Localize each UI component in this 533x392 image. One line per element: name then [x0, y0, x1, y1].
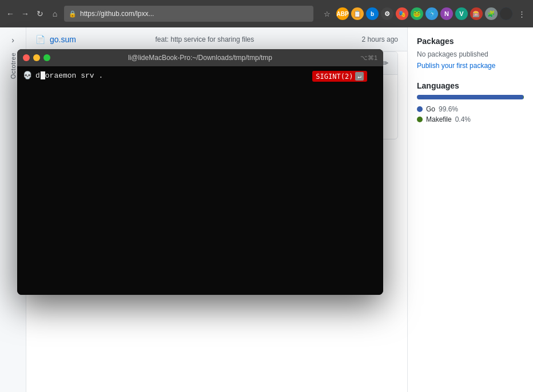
terminal-command-rest: oraemon srv . [45, 71, 103, 80]
terminal-cursor-area: d oraemon srv . [35, 71, 103, 80]
reload-button[interactable]: ↻ [34, 8, 46, 19]
language-item-go: Go 99.6% [417, 105, 524, 113]
publish-first-package-link[interactable]: Publish your first package [417, 62, 524, 70]
packages-heading: Packages [417, 37, 524, 46]
languages-section: Languages Go 99.6% Makefile 0.4% [417, 81, 524, 123]
extension-icon-11[interactable]: 🧩 [485, 7, 498, 20]
file-name-link[interactable]: go.sum [50, 35, 151, 44]
languages-heading: Languages [417, 81, 524, 90]
extension-icon-2[interactable]: 📋 [351, 7, 364, 20]
file-time: 2 hours ago [362, 35, 398, 43]
toolbar-icons: ☆ ABP 📋 b ⚙ 🎭 🐸 🐬 N V 🎰 🧩 ⋮ [320, 7, 528, 21]
address-bar[interactable]: 🔒 https://github.com/lpxx... [64, 6, 313, 22]
makefile-lang-percent: 0.4% [455, 115, 471, 123]
lock-icon: 🔒 [69, 10, 77, 18]
back-button[interactable]: ← [5, 8, 16, 19]
extension-icon-4[interactable]: ⚙ [381, 7, 393, 20]
extension-icon-5[interactable]: 🎭 [396, 7, 408, 20]
no-packages-text: No packages published [417, 50, 524, 58]
right-sidebar: Packages No packages published Publish y… [407, 27, 533, 392]
octotree-toggle-button[interactable]: › [6, 33, 20, 47]
terminal-command: d [35, 71, 40, 80]
terminal-titlebar: li@lideMacBook-Pro:~/Downloads/tmp/tmp/t… [17, 49, 383, 66]
language-item-makefile: Makefile 0.4% [417, 115, 524, 123]
terminal-window[interactable]: li@lideMacBook-Pro:~/Downloads/tmp/tmp/t… [17, 49, 383, 295]
terminal-body[interactable]: 💀 d oraemon srv . SIGINT(2) ↵ [17, 66, 383, 295]
terminal-close-button[interactable] [23, 54, 30, 61]
octotree-label: Octotree [10, 53, 17, 79]
url-text: https://github.com/lpxx... [80, 10, 154, 18]
extension-icon-8[interactable]: N [440, 7, 453, 20]
go-lang-name: Go [426, 105, 435, 113]
extension-icon-3[interactable]: b [366, 7, 379, 20]
extension-icon-7[interactable]: 🐬 [425, 7, 438, 20]
sigint-badge: SIGINT(2) ↵ [312, 71, 367, 82]
skull-icon: 💀 [23, 71, 32, 80]
file-commit-message: feat: http service for sharing files [156, 35, 357, 43]
terminal-shortcut: ⌥⌘1 [360, 54, 377, 62]
enter-icon: ↵ [355, 72, 364, 81]
file-icon: 📄 [35, 35, 45, 44]
menu-icon[interactable]: ⋮ [515, 7, 528, 21]
go-bar-segment [417, 95, 523, 99]
extension-icon-1[interactable]: ABP [336, 7, 349, 20]
terminal-title: li@lideMacBook-Pro:~/Downloads/tmp/tmp/t… [128, 54, 272, 62]
go-lang-percent: 99.6% [439, 105, 458, 113]
file-row: 📄 go.sum feat: http service for sharing … [26, 27, 407, 51]
home-button[interactable]: ⌂ [49, 8, 61, 19]
star-icon[interactable]: ☆ [320, 7, 334, 21]
extension-icon-9[interactable]: V [455, 7, 468, 20]
terminal-cursor [41, 71, 45, 79]
makefile-color-dot [417, 117, 423, 122]
page-layout: › Octotree 📄 go.sum feat: http service f… [0, 27, 533, 392]
makefile-bar-segment [523, 95, 524, 99]
sigint-label: SIGINT(2) [316, 73, 353, 81]
browser-chrome: ← → ↻ ⌂ 🔒 https://github.com/lpxx... ☆ A… [0, 0, 533, 27]
extension-icon-6[interactable]: 🐸 [411, 7, 423, 20]
language-bar [417, 95, 524, 99]
chevron-right-icon: › [11, 35, 14, 45]
go-color-dot [417, 106, 423, 112]
terminal-maximize-button[interactable] [43, 54, 50, 61]
extension-icon-10[interactable]: 🎰 [470, 7, 483, 20]
terminal-minimize-button[interactable] [33, 54, 40, 61]
makefile-lang-name: Makefile [426, 115, 452, 123]
packages-section: Packages No packages published Publish y… [417, 37, 524, 70]
extension-icon-12[interactable] [500, 7, 512, 20]
forward-button[interactable]: → [19, 8, 31, 19]
